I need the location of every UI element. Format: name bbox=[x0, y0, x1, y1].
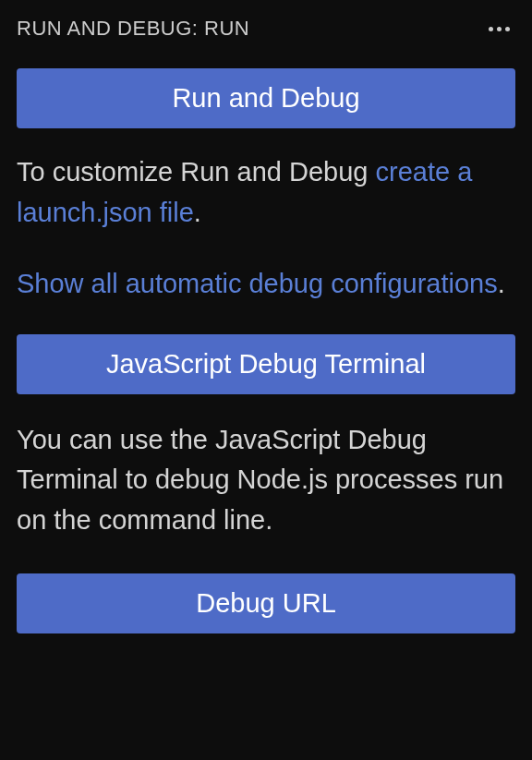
show-all-configs-block: Show all automatic debug configurations. bbox=[17, 264, 515, 305]
panel-title: RUN AND DEBUG: RUN bbox=[17, 17, 249, 41]
js-debug-terminal-button[interactable]: JavaScript Debug Terminal bbox=[17, 334, 515, 394]
js-terminal-description: You can use the JavaScript Debug Termina… bbox=[17, 420, 515, 541]
show-all-configs-link[interactable]: Show all automatic debug configurations bbox=[17, 269, 498, 298]
dot-icon bbox=[497, 27, 502, 31]
customize-description: To customize Run and Debug create a laun… bbox=[17, 152, 515, 233]
run-and-debug-button[interactable]: Run and Debug bbox=[17, 68, 515, 128]
dot-icon bbox=[489, 27, 493, 31]
show-all-suffix: . bbox=[498, 269, 505, 298]
panel-body: Run and Debug To customize Run and Debug… bbox=[0, 57, 532, 633]
panel-header: RUN AND DEBUG: RUN bbox=[0, 0, 532, 57]
dot-icon bbox=[505, 27, 510, 31]
customize-text-prefix: To customize Run and Debug bbox=[17, 157, 376, 187]
debug-url-button[interactable]: Debug URL bbox=[17, 573, 515, 633]
customize-text-suffix: . bbox=[194, 198, 201, 227]
more-actions-icon[interactable] bbox=[485, 23, 514, 35]
run-debug-panel: RUN AND DEBUG: RUN Run and Debug To cust… bbox=[0, 0, 532, 760]
